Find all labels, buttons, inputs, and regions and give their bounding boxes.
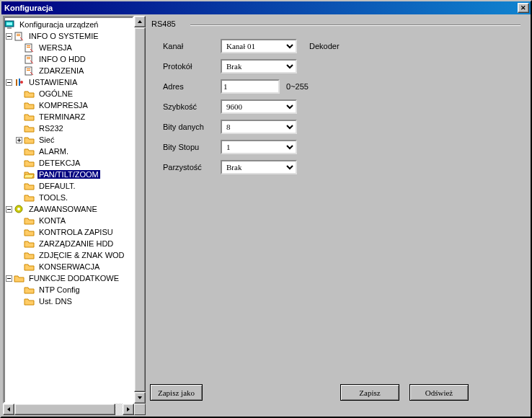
tree-vscrollbar[interactable] bbox=[134, 16, 146, 404]
refresh-button[interactable]: Odśwież bbox=[409, 384, 469, 401]
tree-alarm[interactable]: ALARM. bbox=[4, 146, 133, 157]
tree-terminarz[interactable]: TERMINARZ bbox=[4, 111, 133, 123]
svg-rect-1 bbox=[6, 22, 12, 25]
tree-konserwacja[interactable]: KONSERWACJA bbox=[4, 261, 133, 272]
folder-icon bbox=[24, 112, 35, 122]
label-bity-stopu: Bity Stopu bbox=[163, 137, 221, 157]
button-bar: Zapisz jako Zapisz Odśwież bbox=[150, 380, 525, 414]
tree-zdarzenia[interactable]: ZDARZENIA bbox=[4, 65, 133, 76]
svg-rect-14 bbox=[27, 70, 30, 71]
folder-icon bbox=[24, 216, 35, 226]
svg-point-17 bbox=[20, 81, 23, 84]
close-button[interactable]: ✕ bbox=[518, 3, 529, 13]
tree-ptz[interactable]: PAN/TILT/ZOOM bbox=[4, 169, 133, 180]
label-protokol: Protokół bbox=[163, 56, 221, 76]
scroll-up-button[interactable] bbox=[134, 16, 146, 27]
svg-rect-4 bbox=[17, 34, 20, 35]
content: Konfiguracja urządzeń INFO O SYSTEMIE bbox=[1, 14, 531, 417]
scroll-thumb[interactable] bbox=[134, 27, 146, 392]
folder-icon bbox=[24, 182, 35, 191]
svg-rect-9 bbox=[25, 55, 32, 63]
bity-stopu-select[interactable]: 1 bbox=[221, 140, 297, 154]
tree-info[interactable]: INFO O SYSTEMIE bbox=[4, 30, 133, 42]
decoder-label: Dekoder bbox=[309, 42, 340, 50]
label-bity-danych: Bity danych bbox=[163, 117, 221, 137]
titlebar: Konfiguracja ✕ bbox=[1, 1, 531, 14]
tree-tools[interactable]: TOOLS. bbox=[4, 192, 133, 203]
doc-icon bbox=[24, 43, 35, 53]
folder-icon bbox=[24, 124, 35, 133]
tree-default[interactable]: DEFAULT. bbox=[4, 180, 133, 192]
adres-input[interactable] bbox=[221, 79, 280, 94]
adres-range: 0~255 bbox=[286, 82, 309, 91]
tree-ntp[interactable]: NTP Config bbox=[4, 284, 133, 295]
svg-rect-11 bbox=[27, 58, 30, 59]
label-parzystosc: Parzystość bbox=[163, 157, 221, 177]
folder-icon bbox=[24, 228, 35, 237]
group-title: RS485 bbox=[150, 19, 180, 28]
tree-view[interactable]: Konfiguracja urządzeń INFO O SYSTEMIE bbox=[3, 16, 134, 404]
svg-rect-2 bbox=[7, 27, 12, 29]
tree-settings[interactable]: USTAWIENIA bbox=[4, 76, 133, 88]
kanal-select[interactable]: Kanał 01 bbox=[221, 39, 297, 53]
scroll-thumb-h[interactable] bbox=[14, 404, 115, 415]
svg-rect-16 bbox=[19, 79, 20, 86]
svg-rect-8 bbox=[27, 47, 30, 48]
doc-icon bbox=[24, 66, 35, 76]
protokol-select[interactable]: Brak bbox=[221, 59, 297, 74]
svg-rect-6 bbox=[25, 44, 32, 52]
svg-rect-12 bbox=[25, 67, 32, 75]
folder-icon bbox=[24, 147, 35, 156]
bity-danych-select[interactable]: 8 bbox=[221, 120, 297, 134]
svg-rect-7 bbox=[27, 45, 30, 46]
tree-hscrollbar[interactable] bbox=[3, 404, 146, 415]
tree-info-hdd[interactable]: INFO O HDD bbox=[4, 53, 133, 65]
folder-icon bbox=[24, 239, 35, 249]
svg-rect-13 bbox=[27, 68, 30, 69]
collapse-icon[interactable] bbox=[6, 33, 12, 40]
folder-open-icon bbox=[24, 170, 35, 179]
scroll-track[interactable] bbox=[115, 404, 123, 415]
tree-zarzadzanie-hdd[interactable]: ZARZĄDZANIE HDD bbox=[4, 238, 133, 249]
szybkosc-select[interactable]: 9600 bbox=[221, 99, 297, 114]
tree-kontrola-zapisu[interactable]: KONTROLA ZAPISU bbox=[4, 226, 133, 238]
collapse-icon[interactable] bbox=[6, 206, 12, 213]
folder-icon bbox=[24, 101, 35, 110]
tree-konta[interactable]: KONTA bbox=[4, 215, 133, 226]
tree-wersja[interactable]: WERSJA bbox=[4, 42, 133, 53]
folder-icon bbox=[24, 262, 35, 272]
left-panel: Konfiguracja urządzeń INFO O SYSTEMIE bbox=[3, 16, 146, 415]
parzystosc-select[interactable]: Brak bbox=[221, 160, 297, 174]
tools-icon bbox=[14, 78, 25, 87]
tree-ogolne[interactable]: OGÓLNE bbox=[4, 88, 133, 99]
tree-znak[interactable]: ZDJĘCIE & ZNAK WOD bbox=[4, 249, 133, 261]
save-as-button[interactable]: Zapisz jako bbox=[150, 384, 203, 401]
computer-icon bbox=[4, 20, 16, 30]
doc-icon bbox=[14, 32, 25, 41]
rs485-group: RS485 Kanał Kanał 01 Dekoder Protokół Br… bbox=[150, 19, 525, 184]
collapse-icon[interactable] bbox=[6, 275, 12, 282]
save-button[interactable]: Zapisz bbox=[340, 384, 399, 401]
svg-rect-15 bbox=[16, 79, 17, 86]
tree-detekcja[interactable]: DETEKCJA bbox=[4, 157, 133, 169]
tree-dns[interactable]: Ust. DNS bbox=[4, 295, 133, 307]
rs485-form: Kanał Kanał 01 Dekoder Protokół Brak Adr… bbox=[163, 36, 340, 177]
scroll-left-button[interactable] bbox=[3, 404, 14, 415]
collapse-icon[interactable] bbox=[6, 79, 12, 86]
tree-root[interactable]: Konfiguracja urządzeń bbox=[4, 19, 133, 30]
tree-kompresja[interactable]: KOMPRESJA bbox=[4, 99, 133, 111]
tree-extra[interactable]: FUNKCJE DODATKOWE bbox=[4, 272, 133, 284]
tree-siec[interactable]: Sieć bbox=[4, 134, 133, 146]
tree-advanced[interactable]: ZAAWANSOWANE bbox=[4, 203, 133, 215]
scroll-right-button[interactable] bbox=[123, 404, 134, 415]
folder-icon bbox=[24, 193, 35, 203]
tree-rs232[interactable]: RS232 bbox=[4, 123, 133, 134]
folder-icon bbox=[24, 159, 35, 168]
svg-rect-3 bbox=[15, 32, 22, 40]
folder-icon bbox=[24, 297, 35, 306]
folder-icon bbox=[24, 285, 35, 295]
expand-icon[interactable] bbox=[16, 137, 22, 143]
folder-icon bbox=[24, 135, 35, 145]
scroll-down-button[interactable] bbox=[134, 392, 146, 404]
doc-icon bbox=[24, 55, 35, 64]
